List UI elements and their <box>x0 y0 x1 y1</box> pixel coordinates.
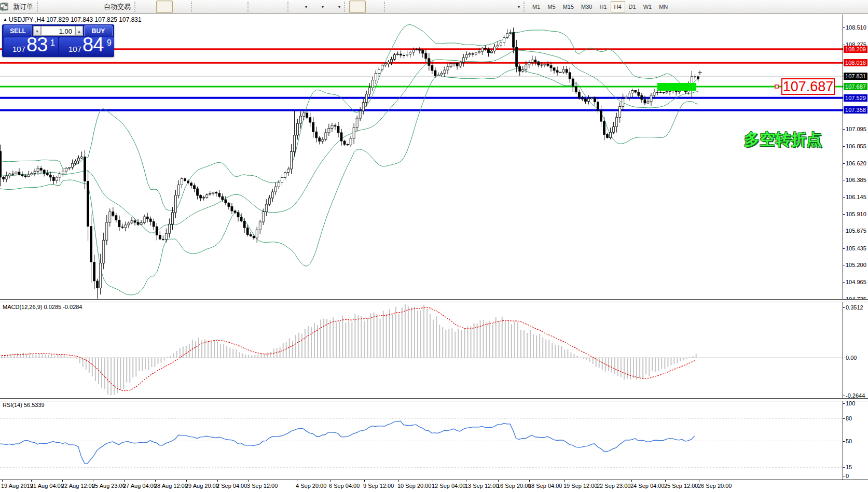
price-tick-label: 105.675 <box>846 228 866 234</box>
timeframe-m15-button[interactable]: M15 <box>559 1 577 12</box>
signals-icon <box>79 3 88 11</box>
time-tick-label: 3 Sep 12:00 <box>247 483 278 489</box>
trendline-button[interactable] <box>422 1 439 13</box>
text-label-button[interactable]: T <box>489 1 505 13</box>
templates-icon <box>328 3 336 11</box>
price-tag: 108.016 <box>844 59 867 66</box>
equidistant-channel-button[interactable]: E <box>439 1 456 13</box>
time-axis[interactable]: 19 Aug 2019 21 Aug 04:00 22 Aug 12:00 25… <box>0 480 868 492</box>
chart-shift-button[interactable] <box>269 1 286 13</box>
fibonacci-retracement-button[interactable]: F <box>456 1 472 13</box>
trendline-icon <box>426 3 435 11</box>
sell-price-display[interactable]: 107 83 1 <box>4 37 58 56</box>
sell-price-base: 107 <box>12 45 25 53</box>
toolbar-grip <box>247 2 251 12</box>
buy-price-display[interactable]: 107 84 9 <box>59 37 114 56</box>
timeframe-m1-button[interactable]: M1 <box>529 1 544 12</box>
zoom-out-icon <box>217 3 225 11</box>
time-tick-label: 29 Aug 20:00 <box>185 483 219 489</box>
price-level-callout[interactable]: 107.687 <box>781 78 835 95</box>
templates-button[interactable]: ▾ <box>326 1 342 13</box>
time-tick-label: 12 Sep 04:00 <box>432 483 465 489</box>
time-tick-label: 22 Aug 12:00 <box>61 483 95 489</box>
rsi-level-label: 0 <box>846 473 849 479</box>
time-tick-label: 21 Aug 04:00 <box>30 483 64 489</box>
timeframe-m5-button[interactable]: M5 <box>544 1 559 12</box>
timeframe-m30-button[interactable]: M30 <box>577 1 596 12</box>
symbol-collapse-icon[interactable]: ▲ <box>3 17 7 22</box>
time-tick-label: 16 Sep 20:00 <box>497 483 531 489</box>
toolbar-grip <box>523 2 527 12</box>
line-chart-icon <box>177 3 185 11</box>
toolbar-grip <box>384 2 388 12</box>
macd-pane[interactable] <box>0 302 843 398</box>
time-tick-label: 18 Sep 04:00 <box>528 483 562 489</box>
cursor-button[interactable] <box>349 1 366 13</box>
auto-scroll-button[interactable] <box>253 1 269 13</box>
auto-trading-button[interactable]: 自动交易 <box>92 1 133 13</box>
line-chart-button[interactable] <box>173 1 189 13</box>
cursor-icon <box>353 3 362 11</box>
turning-point-annotation[interactable]: 多空转折点 <box>744 129 822 150</box>
chart-title: ▲USDJPY-,H4 107.829 107.843 107.825 107.… <box>3 16 142 23</box>
price-tag: 108.209 <box>844 46 867 53</box>
chat-button[interactable] <box>847 1 864 13</box>
timeframe-d1-button[interactable]: D1 <box>625 1 640 12</box>
chart-shift-icon <box>273 3 282 11</box>
time-tick-label: 2 Sep 04:00 <box>216 483 247 489</box>
vertical-line-icon <box>393 3 402 11</box>
market-window-button[interactable] <box>59 1 75 13</box>
crosshair-button[interactable] <box>366 1 382 13</box>
price-tick-label: 108.510 <box>846 24 866 31</box>
indicators-button[interactable]: ▾ <box>293 1 309 13</box>
time-tick-label: 28 Aug 12:00 <box>154 483 188 489</box>
price-tag: 107.358 <box>844 106 867 114</box>
sell-price-pips: 83 <box>26 34 47 56</box>
arrow-objects-button[interactable]: ▾ <box>505 1 522 13</box>
macd-pane-separator[interactable] <box>0 299 868 302</box>
rsi-level-label: 80 <box>846 415 852 421</box>
styler-button[interactable] <box>42 1 59 13</box>
periods-button[interactable]: ▾ <box>309 1 326 13</box>
price-tick-label: 107.095 <box>846 126 866 132</box>
horizontal-line-icon <box>410 3 418 11</box>
dropdown-caret-icon: ▾ <box>338 5 340 9</box>
timeframe-h1-button[interactable]: H1 <box>596 1 610 12</box>
volume-increase-button[interactable]: ▲ <box>75 26 83 36</box>
periods-icon <box>311 3 320 11</box>
rsi-pane[interactable] <box>0 400 843 480</box>
price-chart[interactable] <box>0 15 843 300</box>
signals-button[interactable] <box>75 1 92 13</box>
text-button[interactable]: A <box>472 1 489 13</box>
time-tick-label: 10 Sep 20:00 <box>397 483 431 489</box>
candlestick-chart-button[interactable] <box>156 1 173 13</box>
rsi-pane-separator[interactable] <box>0 398 868 401</box>
toolbar-grip <box>287 2 291 12</box>
time-tick-label: 25 Sep 12:00 <box>664 483 698 489</box>
price-tick-label: 106.620 <box>846 160 866 166</box>
tile-windows-button[interactable] <box>229 1 246 13</box>
timeframe-h4-button[interactable]: H4 <box>611 1 625 12</box>
timeframe-mn-button[interactable]: MN <box>655 1 671 12</box>
zoom-out-button[interactable] <box>213 1 229 13</box>
candlestick-chart-icon <box>160 3 169 11</box>
crosshair-icon <box>370 3 378 11</box>
tile-windows-icon <box>233 3 242 11</box>
bar-chart-button[interactable] <box>140 1 156 13</box>
time-tick-label: 24 Sep 04:00 <box>630 483 664 489</box>
dropdown-caret-icon: ▾ <box>322 5 324 9</box>
timeframe-w1-button[interactable]: W1 <box>640 1 656 12</box>
text-label-icon: T <box>493 3 501 11</box>
fibonacci-retracement-icon: F <box>460 3 468 11</box>
vertical-line-button[interactable] <box>389 1 406 13</box>
search-button[interactable] <box>829 1 845 13</box>
time-tick-label: 6 Sep 04:00 <box>329 483 360 489</box>
text-icon: A <box>476 3 485 11</box>
auto-scroll-icon <box>257 3 265 11</box>
buy-price-fraction: 9 <box>107 38 112 48</box>
time-tick-label: 19 Aug 2019 <box>1 483 33 489</box>
buy-price-base: 107 <box>68 45 81 53</box>
one-click-trade-panel: SELL ▼ 1.00 ▲ BUY 107 83 1 107 84 9 <box>2 24 114 57</box>
horizontal-line-button[interactable] <box>406 1 422 13</box>
zoom-in-button[interactable] <box>196 1 213 13</box>
